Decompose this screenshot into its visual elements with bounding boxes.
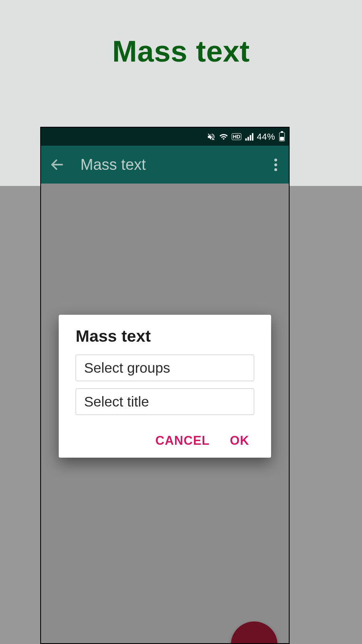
mass-text-dialog: Mass text Select groups Select title CAN… (59, 315, 271, 458)
toolbar-title: Mass text (80, 156, 255, 173)
dialog-actions: CANCEL OK (59, 422, 271, 452)
dialog-title: Mass text (59, 327, 271, 355)
battery-icon (279, 132, 285, 141)
status-bar: HD 44% (41, 128, 289, 146)
back-button[interactable] (48, 156, 66, 173)
hd-icon: HD (232, 133, 242, 140)
battery-label: 44% (257, 132, 275, 142)
phone-frame: HD 44% Mass text Mass text Select groups… (40, 127, 290, 644)
select-title-dropdown[interactable]: Select title (76, 388, 254, 415)
select-groups-dropdown[interactable]: Select groups (76, 355, 254, 381)
signal-icon (245, 132, 253, 141)
cancel-button[interactable]: CANCEL (155, 433, 210, 448)
app-toolbar: Mass text (41, 146, 289, 184)
app-content: Mass text Select groups Select title CAN… (41, 184, 289, 643)
overflow-menu-button[interactable] (269, 156, 282, 173)
ok-button[interactable]: OK (230, 433, 250, 448)
promo-title: Mass text (0, 34, 362, 68)
wifi-icon (219, 132, 228, 141)
mute-icon (207, 132, 216, 141)
